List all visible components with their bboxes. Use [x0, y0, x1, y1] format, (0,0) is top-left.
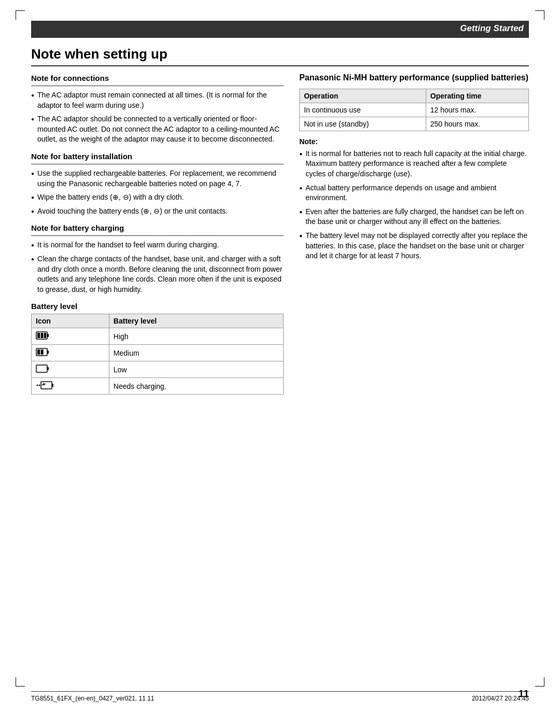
battery-install-bullet-3: Avoid touching the battery ends (⊕, ⊖) o… — [31, 206, 284, 217]
svg-point-11 — [37, 385, 38, 386]
battery-charging-list: It is normal for the handset to feel war… — [31, 240, 284, 295]
battery-installation-heading: Note for battery installation — [31, 152, 284, 161]
battery-row-high: High — [32, 328, 284, 345]
battery-icon-needs-charging — [32, 378, 109, 395]
battery-installation-section: Note for battery installation Use the su… — [31, 152, 284, 216]
battery-row-medium: Medium — [32, 345, 284, 361]
perf-row-2: Not in use (standby) 250 hours max. — [300, 117, 529, 131]
battery-icon-low — [32, 361, 109, 378]
battery-level-medium: Medium — [109, 345, 283, 361]
main-content: Note for connections The AC adaptor must… — [31, 73, 529, 402]
top-divider — [31, 36, 529, 38]
perf-operation-2: Not in use (standby) — [300, 117, 426, 131]
svg-rect-14 — [52, 384, 53, 387]
right-column-title: Panasonic Ni-MH battery performance (sup… — [299, 73, 529, 83]
battery-install-bullet-2: Wipe the battery ends (⊕, ⊖) with a dry … — [31, 192, 284, 203]
svg-rect-9 — [36, 365, 47, 372]
connections-bullet-1: The AC adaptor must remain connected at … — [31, 90, 284, 110]
battery-charging-heading: Note for battery charging — [31, 223, 284, 232]
svg-rect-10 — [47, 367, 49, 370]
perf-row-1: In continuous use 12 hours max. — [300, 103, 529, 117]
perf-table-col1: Operation — [300, 89, 426, 103]
connections-heading: Note for connections — [31, 74, 284, 82]
connections-section: Note for connections The AC adaptor must… — [31, 74, 284, 145]
header-bar: Getting Started — [31, 21, 529, 36]
perf-time-1: 12 hours max. — [426, 103, 528, 117]
svg-rect-2 — [37, 333, 40, 338]
connections-list: The AC adaptor must remain connected at … — [31, 90, 284, 145]
battery-table-col1: Icon — [32, 314, 109, 328]
battery-installation-divider — [31, 164, 284, 164]
left-column: Note for connections The AC adaptor must… — [31, 73, 284, 402]
page-number: 11 — [519, 689, 529, 699]
performance-table: Operation Operating time In continuous u… — [299, 89, 529, 131]
page-title: Note when setting up — [31, 46, 529, 66]
header-title: Getting Started — [460, 23, 524, 33]
battery-table-col2: Battery level — [109, 314, 283, 328]
note-bullet-2: Actual battery performance depends on us… — [299, 183, 529, 203]
battery-level-high: High — [109, 328, 283, 345]
battery-level-low: Low — [109, 361, 283, 378]
perf-time-2: 250 hours max. — [426, 117, 528, 131]
connections-divider — [31, 86, 284, 86]
footer: TG8551_61FX_(en-en)_0427_ver021. 11 11 2… — [31, 691, 529, 702]
battery-level-heading: Battery level — [31, 302, 284, 311]
svg-point-12 — [39, 385, 40, 386]
battery-level-section: Battery level Icon Battery level — [31, 302, 284, 395]
svg-rect-1 — [47, 334, 49, 337]
svg-rect-8 — [41, 349, 44, 355]
svg-rect-3 — [41, 333, 44, 338]
battery-level-table: Icon Battery level — [31, 314, 284, 395]
svg-rect-7 — [37, 349, 40, 355]
battery-installation-list: Use the supplied rechargeable batteries.… — [31, 169, 284, 216]
svg-rect-4 — [44, 333, 46, 338]
svg-rect-13 — [41, 382, 52, 389]
notes-list: It is normal for batteries not to reach … — [299, 149, 529, 261]
battery-charging-divider — [31, 235, 284, 236]
note-label: Note: — [299, 137, 529, 146]
perf-table-col2: Operating time — [426, 89, 528, 103]
battery-row-needs-charging: Needs charging. — [32, 378, 284, 395]
battery-icon-high — [32, 328, 109, 345]
battery-row-low: Low — [32, 361, 284, 378]
footer-left: TG8551_61FX_(en-en)_0427_ver021. 11 11 — [31, 695, 155, 702]
battery-icon-medium — [32, 345, 109, 361]
note-bullet-3: Even after the batteries are fully charg… — [299, 207, 529, 227]
battery-install-bullet-1: Use the supplied rechargeable batteries.… — [31, 169, 284, 189]
battery-level-needs-charging: Needs charging. — [109, 378, 283, 395]
perf-operation-1: In continuous use — [300, 103, 426, 117]
right-column: Panasonic Ni-MH battery performance (sup… — [299, 73, 529, 402]
note-bullet-1: It is normal for batteries not to reach … — [299, 149, 529, 179]
svg-rect-6 — [47, 351, 49, 354]
battery-charging-bullet-2: Clean the charge contacts of the handset… — [31, 254, 284, 295]
connections-bullet-2: The AC adaptor should be connected to a … — [31, 114, 284, 145]
note-bullet-4: The battery level may not be displayed c… — [299, 231, 529, 261]
battery-charging-section: Note for battery charging It is normal f… — [31, 223, 284, 295]
battery-charging-bullet-1: It is normal for the handset to feel war… — [31, 240, 284, 250]
